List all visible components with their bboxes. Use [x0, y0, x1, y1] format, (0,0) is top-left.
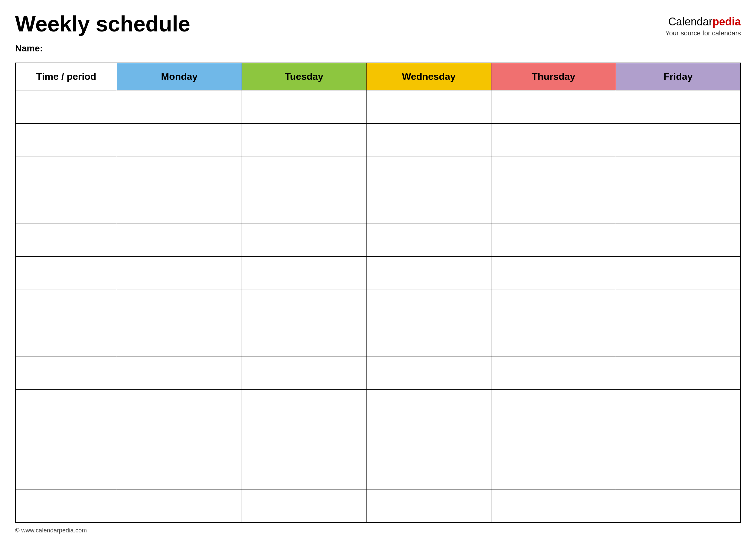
table-cell[interactable] [117, 323, 242, 356]
table-cell[interactable] [616, 190, 740, 223]
table-cell[interactable] [242, 323, 366, 356]
table-row [16, 90, 740, 124]
table-cell[interactable] [366, 157, 491, 190]
table-cell[interactable] [491, 190, 616, 223]
table-cell[interactable] [117, 290, 242, 323]
name-label: Name: [15, 43, 741, 53]
table-cell[interactable] [491, 389, 616, 423]
table-cell[interactable] [616, 423, 740, 456]
table-cell[interactable] [242, 356, 366, 389]
table-cell[interactable] [491, 356, 616, 389]
table-cell[interactable] [117, 157, 242, 190]
table-cell[interactable] [491, 256, 616, 290]
table-cell[interactable] [616, 124, 740, 157]
logo-text: Calendarpedia [665, 15, 741, 28]
table-cell[interactable] [491, 290, 616, 323]
logo-tagline: Your source for calendars [665, 29, 741, 37]
table-row [16, 223, 740, 256]
table-cell[interactable] [16, 256, 117, 290]
table-row [16, 256, 740, 290]
page-title: Weekly schedule [15, 12, 190, 36]
table-cell[interactable] [491, 323, 616, 356]
table-cell[interactable] [117, 190, 242, 223]
table-cell[interactable] [242, 223, 366, 256]
header-friday: Friday [616, 63, 740, 90]
table-cell[interactable] [16, 456, 117, 489]
page-header: Weekly schedule Calendarpedia Your sourc… [15, 12, 741, 37]
table-cell[interactable] [242, 389, 366, 423]
table-cell[interactable] [16, 124, 117, 157]
table-cell[interactable] [366, 423, 491, 456]
table-cell[interactable] [242, 423, 366, 456]
table-cell[interactable] [16, 423, 117, 456]
header-wednesday: Wednesday [366, 63, 491, 90]
footer: © www.calendarpedia.com [15, 527, 741, 534]
table-row [16, 423, 740, 456]
table-row [16, 190, 740, 223]
table-cell[interactable] [366, 489, 491, 522]
table-cell[interactable] [16, 389, 117, 423]
table-cell[interactable] [117, 423, 242, 456]
table-cell[interactable] [491, 90, 616, 124]
table-cell[interactable] [491, 456, 616, 489]
table-cell[interactable] [16, 157, 117, 190]
table-cell[interactable] [16, 290, 117, 323]
table-cell[interactable] [616, 323, 740, 356]
table-cell[interactable] [16, 190, 117, 223]
table-cell[interactable] [366, 323, 491, 356]
table-cell[interactable] [117, 223, 242, 256]
table-cell[interactable] [366, 389, 491, 423]
table-cell[interactable] [117, 456, 242, 489]
table-cell[interactable] [366, 256, 491, 290]
table-cell[interactable] [491, 124, 616, 157]
table-cell[interactable] [491, 157, 616, 190]
table-cell[interactable] [366, 223, 491, 256]
table-cell[interactable] [616, 90, 740, 124]
table-cell[interactable] [117, 124, 242, 157]
table-cell[interactable] [616, 223, 740, 256]
table-cell[interactable] [366, 190, 491, 223]
table-cell[interactable] [242, 456, 366, 489]
table-cell[interactable] [242, 489, 366, 522]
schedule-body [16, 90, 740, 522]
table-cell[interactable] [117, 90, 242, 124]
table-cell[interactable] [366, 356, 491, 389]
table-cell[interactable] [616, 157, 740, 190]
schedule-table: Time / period Monday Tuesday Wednesday T… [15, 63, 741, 523]
table-cell[interactable] [491, 223, 616, 256]
header-thursday: Thursday [491, 63, 616, 90]
table-cell[interactable] [366, 124, 491, 157]
table-cell[interactable] [616, 256, 740, 290]
table-cell[interactable] [242, 157, 366, 190]
table-cell[interactable] [366, 90, 491, 124]
table-cell[interactable] [491, 423, 616, 456]
table-cell[interactable] [616, 389, 740, 423]
table-cell[interactable] [242, 256, 366, 290]
table-cell[interactable] [242, 90, 366, 124]
table-cell[interactable] [16, 489, 117, 522]
table-cell[interactable] [117, 356, 242, 389]
table-cell[interactable] [242, 124, 366, 157]
table-row [16, 323, 740, 356]
table-cell[interactable] [616, 456, 740, 489]
table-cell[interactable] [616, 290, 740, 323]
table-cell[interactable] [616, 356, 740, 389]
table-row [16, 456, 740, 489]
table-row [16, 489, 740, 522]
table-cell[interactable] [16, 356, 117, 389]
table-row [16, 124, 740, 157]
table-cell[interactable] [242, 290, 366, 323]
table-cell[interactable] [366, 290, 491, 323]
table-cell[interactable] [616, 489, 740, 522]
table-cell[interactable] [366, 456, 491, 489]
table-cell[interactable] [16, 90, 117, 124]
table-row [16, 356, 740, 389]
table-cell[interactable] [117, 389, 242, 423]
table-cell[interactable] [242, 190, 366, 223]
table-cell[interactable] [117, 489, 242, 522]
table-cell[interactable] [117, 256, 242, 290]
table-cell[interactable] [16, 223, 117, 256]
table-cell[interactable] [16, 323, 117, 356]
table-cell[interactable] [491, 489, 616, 522]
header-monday: Monday [117, 63, 242, 90]
